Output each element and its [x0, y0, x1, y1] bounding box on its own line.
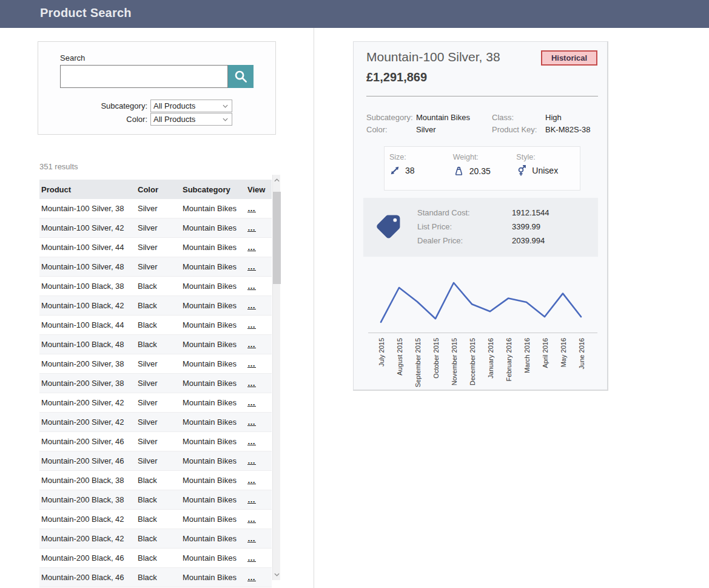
search-panel: Search Subcategory: All ProductsColor: A… — [38, 41, 276, 135]
attr-label: Subcategory: — [366, 113, 416, 122]
view-link[interactable]: … — [247, 243, 256, 252]
view-link[interactable]: … — [247, 282, 256, 291]
column-header-subcategory: Subcategory — [183, 185, 247, 194]
spec-value: 38 — [405, 166, 415, 175]
view-link[interactable]: … — [247, 495, 256, 504]
view-link[interactable]: … — [247, 437, 256, 446]
view-link[interactable]: … — [247, 379, 256, 388]
view-link[interactable]: … — [247, 476, 256, 485]
table-row[interactable]: Mountain-200 Black, 42 Black Mountain Bi… — [39, 510, 272, 529]
results-table: ProductColorSubcategoryView Mountain-100… — [39, 180, 272, 588]
table-row[interactable]: Mountain-100 Silver, 48 Silver Mountain … — [39, 257, 272, 277]
view-link[interactable]: … — [247, 262, 256, 271]
table-row[interactable]: Mountain-200 Black, 46 Black Mountain Bi… — [39, 568, 272, 587]
color-filter-row: Color: All Products — [38, 112, 275, 126]
spec-value: 20.35 — [469, 166, 491, 176]
cell-color: Black — [138, 573, 183, 582]
view-link[interactable]: … — [247, 398, 256, 407]
cell-subcategory: Mountain Bikes — [183, 243, 247, 252]
subcategory-select[interactable]: All Products — [150, 100, 232, 112]
color-select[interactable]: All Products — [150, 113, 232, 126]
cell-product: Mountain-100 Silver, 48 — [39, 262, 138, 271]
price-value: 3399.99 — [512, 220, 549, 234]
cell-subcategory: Mountain Bikes — [183, 417, 247, 427]
search-input[interactable] — [60, 65, 228, 88]
view-link[interactable]: … — [247, 515, 256, 524]
size-arrows-icon — [389, 165, 400, 176]
view-link[interactable]: … — [247, 553, 256, 563]
view-link[interactable]: … — [247, 204, 256, 213]
scrollbar-thumb[interactable] — [273, 192, 281, 284]
table-row[interactable]: Mountain-200 Silver, 38 Silver Mountain … — [39, 374, 272, 393]
pricing-box: Standard Cost: 1912.1544List Price: 3399… — [363, 198, 598, 257]
price-label: Dealer Price: — [417, 234, 512, 248]
cell-color: Silver — [138, 223, 183, 232]
price-label: Standard Cost: — [417, 206, 512, 220]
table-row[interactable]: Mountain-100 Black, 44 Black Mountain Bi… — [39, 316, 272, 335]
cell-subcategory: Mountain Bikes — [183, 456, 247, 465]
table-row[interactable]: Mountain-200 Black, 38 Black Mountain Bi… — [39, 490, 272, 510]
svg-text:November 2015: November 2015 — [451, 338, 458, 385]
cell-subcategory: Mountain Bikes — [183, 495, 247, 504]
color-label: Color: — [38, 115, 150, 124]
subcategory-filter-row: Subcategory: All Products — [38, 99, 275, 112]
search-row — [60, 65, 254, 88]
cell-product: Mountain-200 Black, 42 — [39, 534, 138, 543]
cell-product: Mountain-100 Black, 44 — [39, 320, 138, 329]
table-body: Mountain-100 Silver, 38 Silver Mountain … — [39, 199, 272, 587]
view-link[interactable]: … — [247, 340, 256, 349]
table-row[interactable]: Mountain-100 Black, 38 Black Mountain Bi… — [39, 277, 272, 296]
cell-color: Black — [138, 515, 183, 524]
view-link[interactable]: … — [247, 320, 256, 329]
view-link[interactable]: … — [247, 359, 256, 368]
cell-subcategory: Mountain Bikes — [183, 476, 247, 485]
status-badge: Historical — [541, 50, 597, 66]
scroll-down-icon[interactable] — [274, 573, 280, 576]
table-scrollbar[interactable] — [272, 175, 280, 580]
cell-product: Mountain-100 Black, 38 — [39, 282, 138, 291]
scroll-up-icon[interactable] — [274, 178, 280, 182]
view-link[interactable]: … — [247, 223, 256, 232]
view-link[interactable]: … — [247, 456, 256, 465]
table-row[interactable]: Mountain-100 Silver, 38 Silver Mountain … — [39, 199, 272, 218]
cell-color: Black — [138, 320, 183, 329]
cell-product: Mountain-200 Silver, 46 — [39, 437, 138, 446]
price-tag-icon — [373, 211, 405, 243]
cell-color: Black — [138, 282, 183, 291]
cell-product: Mountain-200 Black, 38 — [39, 476, 138, 485]
table-row[interactable]: Mountain-200 Silver, 46 Silver Mountain … — [39, 451, 272, 471]
cell-product: Mountain-200 Silver, 38 — [39, 379, 138, 388]
table-row[interactable]: Mountain-200 Black, 42 Black Mountain Bi… — [39, 529, 272, 549]
cell-color: Black — [138, 534, 183, 543]
table-header: ProductColorSubcategoryView — [39, 180, 272, 199]
cell-product: Mountain-200 Silver, 42 — [39, 398, 138, 407]
cell-subcategory: Mountain Bikes — [183, 379, 247, 388]
view-link[interactable]: … — [247, 573, 256, 582]
view-link[interactable]: … — [247, 417, 256, 427]
table-row[interactable]: Mountain-100 Silver, 42 Silver Mountain … — [39, 218, 272, 238]
search-button[interactable] — [228, 65, 254, 88]
table-row[interactable]: Mountain-100 Black, 48 Black Mountain Bi… — [39, 335, 272, 354]
cell-color: Silver — [138, 204, 183, 213]
cell-product: Mountain-200 Black, 42 — [39, 515, 138, 524]
cell-subcategory: Mountain Bikes — [183, 320, 247, 329]
table-row[interactable]: Mountain-200 Black, 46 Black Mountain Bi… — [39, 549, 272, 568]
table-row[interactable]: Mountain-200 Black, 38 Black Mountain Bi… — [39, 471, 272, 490]
table-row[interactable]: Mountain-200 Silver, 42 Silver Mountain … — [39, 413, 272, 432]
view-link[interactable]: … — [247, 301, 256, 310]
spec-value: Unisex — [532, 166, 558, 175]
color-selected-value: All Products — [153, 115, 195, 124]
attr-value: BK-M82S-38 — [545, 125, 598, 134]
price-label: List Price: — [417, 220, 512, 234]
panel-divider — [314, 28, 314, 588]
table-row[interactable]: Mountain-200 Silver, 42 Silver Mountain … — [39, 393, 272, 413]
table-row[interactable]: Mountain-100 Black, 42 Black Mountain Bi… — [39, 296, 272, 316]
table-row[interactable]: Mountain-100 Silver, 44 Silver Mountain … — [39, 238, 272, 257]
app-header: Product Search — [0, 0, 709, 28]
view-link[interactable]: … — [247, 534, 256, 543]
table-row[interactable]: Mountain-200 Silver, 38 Silver Mountain … — [39, 354, 272, 374]
table-row[interactable]: Mountain-200 Silver, 46 Silver Mountain … — [39, 432, 272, 451]
column-header-product: Product — [39, 185, 138, 194]
cell-subcategory: Mountain Bikes — [183, 359, 247, 368]
cell-color: Silver — [138, 243, 183, 252]
